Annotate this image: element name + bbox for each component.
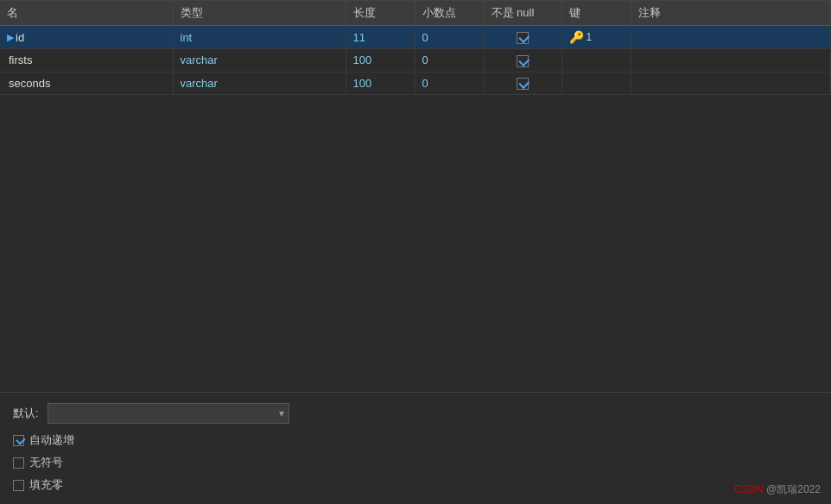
table-row[interactable]: firsts varchar1000 — [0, 49, 831, 72]
default-label: 默认: — [13, 406, 39, 421]
cell-comment — [631, 26, 831, 49]
cell-notnull — [484, 72, 561, 95]
columns-table-container: 名 类型 长度 小数点 不是 null 键 注释 ▶ id int110 🔑 1… — [0, 0, 831, 95]
cell-comment — [631, 49, 831, 72]
field-type: varchar — [181, 77, 218, 90]
cell-key: 🔑 1 — [561, 26, 631, 49]
auto-increment-row: 自动递增 — [13, 432, 818, 448]
field-length: 11 — [353, 31, 365, 44]
default-select-wrapper — [48, 403, 289, 424]
header-comment: 注释 — [631, 1, 831, 26]
key-icon: 🔑 — [569, 30, 584, 44]
cell-decimal: 0 — [415, 49, 484, 72]
zerofill-label: 填充零 — [29, 477, 63, 493]
header-type: 类型 — [173, 1, 346, 26]
cell-name: firsts — [0, 49, 173, 72]
zerofill-checkbox[interactable] — [13, 480, 24, 491]
cell-name: seconds — [0, 72, 173, 95]
header-length: 长度 — [346, 1, 415, 26]
cell-key — [561, 49, 631, 72]
table-header-row: 名 类型 长度 小数点 不是 null 键 注释 — [0, 1, 831, 26]
unsigned-row: 无符号 — [13, 455, 818, 470]
field-length: 100 — [353, 77, 372, 90]
auto-increment-label: 自动递增 — [29, 432, 74, 448]
watermark-csdn: CSDN — [734, 483, 764, 495]
auto-increment-checkbox[interactable] — [13, 435, 24, 446]
field-decimal: 0 — [422, 54, 428, 66]
cell-type: int — [173, 26, 346, 49]
notnull-checkbox[interactable] — [517, 55, 529, 67]
cell-length: 100 — [346, 72, 415, 95]
columns-table: 名 类型 长度 小数点 不是 null 键 注释 ▶ id int110 🔑 1… — [0, 1, 831, 95]
watermark-author: @凯瑞2022 — [766, 483, 821, 495]
notnull-checkbox[interactable] — [517, 32, 529, 44]
cell-length: 11 — [346, 26, 415, 49]
field-length: 100 — [353, 54, 372, 66]
cell-decimal: 0 — [415, 26, 484, 49]
cell-comment — [631, 72, 831, 95]
unsigned-checkbox[interactable] — [13, 457, 24, 469]
default-row: 默认: — [13, 403, 818, 424]
field-decimal: 0 — [422, 77, 428, 90]
field-name: seconds — [9, 77, 50, 90]
cell-notnull — [484, 26, 561, 49]
default-select[interactable] — [48, 403, 289, 424]
field-name: id — [16, 31, 24, 44]
cell-notnull — [484, 49, 561, 72]
header-decimal: 小数点 — [415, 1, 484, 26]
field-decimal: 0 — [422, 31, 428, 44]
header-name: 名 — [0, 1, 173, 26]
field-name: firsts — [9, 54, 32, 66]
field-type: int — [181, 31, 193, 44]
row-indicator: ▶ — [7, 32, 14, 43]
zerofill-row: 填充零 — [13, 477, 818, 493]
bottom-panel: 默认: 自动递增 无符号 填充零 — [0, 392, 831, 504]
key-number: 1 — [587, 31, 593, 43]
cell-decimal: 0 — [415, 72, 484, 95]
cell-type: varchar — [173, 72, 346, 95]
table-body: ▶ id int110 🔑 1 firsts varchar1000 secon… — [0, 26, 831, 95]
table-row[interactable]: seconds varchar1000 — [0, 72, 831, 95]
header-key: 键 — [561, 1, 631, 26]
header-notnull: 不是 null — [484, 1, 561, 26]
cell-key — [561, 72, 631, 95]
unsigned-label: 无符号 — [29, 455, 63, 470]
watermark: CSDN @凯瑞2022 — [734, 482, 821, 497]
notnull-checkbox[interactable] — [517, 78, 529, 90]
cell-length: 100 — [346, 49, 415, 72]
cell-type: varchar — [173, 49, 346, 72]
field-type: varchar — [181, 54, 218, 66]
cell-name: ▶ id — [0, 26, 173, 49]
table-row[interactable]: ▶ id int110 🔑 1 — [0, 26, 831, 49]
